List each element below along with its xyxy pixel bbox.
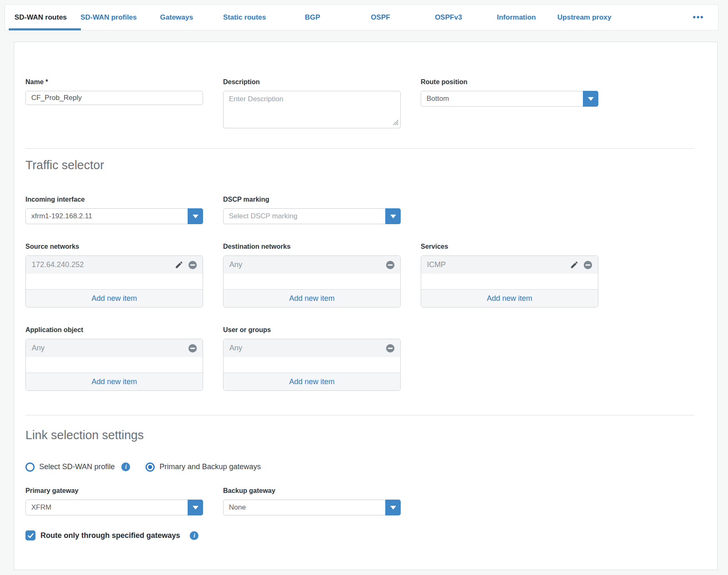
route-only-checkbox-row: Route only through specified gateways i xyxy=(25,530,694,540)
route-only-checkbox[interactable] xyxy=(25,530,35,540)
description-field-group: Description xyxy=(223,78,401,128)
list-spacer xyxy=(26,274,203,289)
networks-services-row: Source networks 172.64.240.252 xyxy=(25,242,694,308)
gateway-selects-row: Primary gateway XFRM Backup gateway None xyxy=(25,487,694,515)
list-item-actions xyxy=(385,260,395,270)
route-position-select[interactable]: Bottom xyxy=(421,91,598,107)
info-icon[interactable]: i xyxy=(121,462,131,472)
tab-ospf[interactable]: OSPF xyxy=(346,5,414,30)
destination-networks-group: Destination networks Any Add new item xyxy=(223,242,401,308)
application-object-label: Application object xyxy=(25,326,203,334)
svg-text:i: i xyxy=(193,532,195,539)
edit-icon[interactable] xyxy=(175,260,183,269)
list-spacer xyxy=(223,274,400,289)
dropdown-arrow-button[interactable] xyxy=(188,208,203,224)
radio-select-sdwan-profile[interactable]: Select SD-WAN profile i xyxy=(25,462,131,472)
list-item-actions xyxy=(385,343,395,353)
name-field-group: Name * xyxy=(25,78,203,128)
remove-icon[interactable] xyxy=(385,260,395,270)
incoming-interface-select[interactable]: xfrm1-192.168.2.11 xyxy=(25,208,203,224)
tab-label: OSPFv3 xyxy=(435,13,462,22)
backup-gateway-value: None xyxy=(223,503,385,512)
tab-sdwan-routes[interactable]: SD-WAN routes xyxy=(7,5,75,30)
backup-gateway-select[interactable]: None xyxy=(223,500,401,515)
traffic-selector-heading: Traffic selector xyxy=(25,158,694,172)
remove-icon[interactable] xyxy=(385,343,395,353)
incoming-interface-value: xfrm1-192.168.2.11 xyxy=(26,212,188,220)
source-networks-add-button[interactable]: Add new item xyxy=(26,289,203,307)
name-input[interactable] xyxy=(25,91,203,105)
primary-gateway-group: Primary gateway XFRM xyxy=(25,487,203,515)
tab-sdwan-profiles[interactable]: SD-WAN profiles xyxy=(75,5,143,30)
chevron-down-icon xyxy=(390,506,396,510)
tab-label: Upstream proxy xyxy=(557,13,611,22)
radio-label: Select SD-WAN profile xyxy=(39,462,115,471)
dropdown-arrow-button[interactable] xyxy=(385,500,401,515)
add-new-item-label: Add new item xyxy=(289,378,334,386)
backup-gateway-group: Backup gateway None xyxy=(223,487,401,515)
route-position-label: Route position xyxy=(421,78,598,86)
source-networks-list: 172.64.240.252 Add new item xyxy=(25,255,203,308)
add-new-item-label: Add new item xyxy=(91,294,137,303)
source-networks-label: Source networks xyxy=(25,242,203,250)
dscp-marking-label: DSCP marking xyxy=(223,195,401,203)
list-item: 172.64.240.252 xyxy=(26,256,203,274)
tab-upstream-proxy[interactable]: Upstream proxy xyxy=(550,5,618,30)
application-object-list: Any Add new item xyxy=(25,339,203,391)
incoming-interface-group: Incoming interface xfrm1-192.168.2.11 xyxy=(25,195,203,224)
list-item: Any xyxy=(223,256,400,274)
tab-bgp[interactable]: BGP xyxy=(279,5,346,30)
list-item-value: Any xyxy=(32,344,188,352)
info-icon[interactable]: i xyxy=(189,531,199,540)
destination-networks-add-button[interactable]: Add new item xyxy=(223,289,400,307)
list-item-value: Any xyxy=(229,344,385,352)
radio-primary-backup-gateways[interactable]: Primary and Backup gateways xyxy=(146,462,261,472)
tab-gateways[interactable]: Gateways xyxy=(143,5,211,30)
tab-ospfv3[interactable]: OSPFv3 xyxy=(414,5,482,30)
tab-label: Gateways xyxy=(160,13,193,22)
list-item: Any xyxy=(26,339,203,357)
source-networks-group: Source networks 172.64.240.252 xyxy=(25,242,203,308)
remove-icon[interactable] xyxy=(583,260,593,270)
dropdown-arrow-button[interactable] xyxy=(583,91,598,107)
services-list: ICMP Add new item xyxy=(421,255,598,308)
user-or-groups-group: User or groups Any Add new item xyxy=(223,326,401,391)
user-or-groups-add-button[interactable]: Add new item xyxy=(223,372,400,390)
list-spacer xyxy=(26,357,203,372)
user-or-groups-label: User or groups xyxy=(223,326,401,334)
primary-gateway-value: XFRM xyxy=(26,503,188,512)
remove-icon[interactable] xyxy=(188,260,198,270)
edit-icon[interactable] xyxy=(570,260,579,269)
dropdown-arrow-button[interactable] xyxy=(188,500,203,515)
more-tabs-button[interactable]: ••• xyxy=(680,5,716,30)
chevron-down-icon xyxy=(588,97,594,101)
radio-icon-selected[interactable] xyxy=(146,462,155,472)
link-selection-radio-row: Select SD-WAN profile i Primary and Back… xyxy=(25,462,694,472)
description-textarea[interactable] xyxy=(223,91,401,128)
list-item-value: ICMP xyxy=(427,260,570,269)
list-item-actions xyxy=(188,343,198,353)
dropdown-arrow-button[interactable] xyxy=(385,208,401,224)
tab-label: Static routes xyxy=(223,13,266,22)
resize-handle-icon[interactable] xyxy=(392,119,399,126)
list-item-value: Any xyxy=(229,260,385,269)
application-object-add-button[interactable]: Add new item xyxy=(26,372,203,390)
dscp-marking-group: DSCP marking Select DSCP marking xyxy=(223,195,401,224)
route-only-checkbox-label: Route only through specified gateways xyxy=(40,531,180,540)
backup-gateway-label: Backup gateway xyxy=(223,487,401,495)
divider xyxy=(25,415,694,415)
add-new-item-label: Add new item xyxy=(487,294,532,303)
primary-gateway-select[interactable]: XFRM xyxy=(25,500,203,515)
route-position-field-group: Route position Bottom xyxy=(421,78,598,128)
services-add-button[interactable]: Add new item xyxy=(421,289,598,307)
list-item: Any xyxy=(223,339,400,357)
user-or-groups-list: Any Add new item xyxy=(223,339,401,391)
list-item-actions xyxy=(175,260,198,270)
radio-icon[interactable] xyxy=(25,462,35,472)
tab-static-routes[interactable]: Static routes xyxy=(211,5,279,30)
dscp-marking-select[interactable]: Select DSCP marking xyxy=(223,208,401,224)
tab-information[interactable]: Information xyxy=(482,5,550,30)
tab-label: OSPF xyxy=(371,13,390,22)
remove-icon[interactable] xyxy=(188,343,198,353)
list-spacer xyxy=(223,357,400,372)
